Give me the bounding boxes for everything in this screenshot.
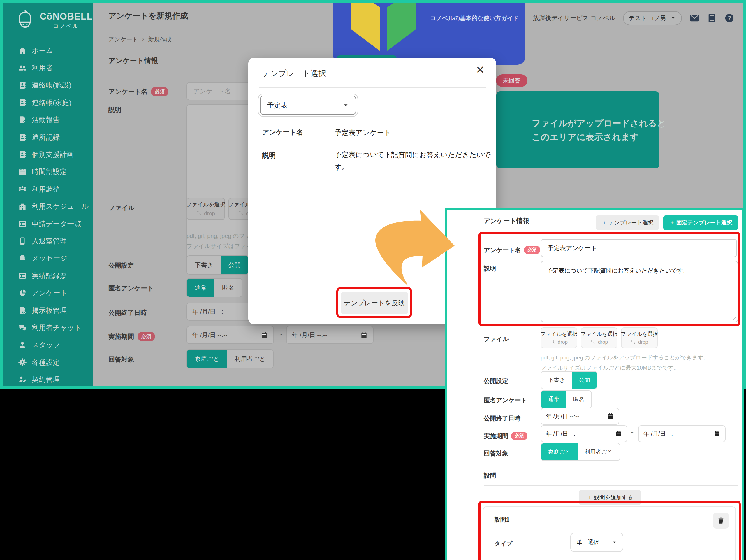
facility-name: 放課後デイサービス コノベル bbox=[533, 14, 615, 22]
description-label: 説明 bbox=[108, 106, 121, 114]
help-icon[interactable]: ? bbox=[724, 13, 734, 23]
draft-option[interactable]: 下書き bbox=[541, 372, 572, 389]
question-1-card: 設問1 タイプ 単一選択 質問 予定表についてどう思われますか。 bbox=[483, 506, 736, 560]
required-badge: 必須 bbox=[524, 246, 540, 254]
sidebar-item-16[interactable]: 掲示板管理 bbox=[3, 302, 93, 319]
sidebar-item-14[interactable]: 実績記録票 bbox=[3, 267, 93, 284]
panel-period-start-input[interactable]: 年 /月/日 --:-- bbox=[541, 425, 627, 442]
modal-desc-value: 予定表について下記質問にお答えいただきたいです。 bbox=[335, 149, 493, 173]
survey-name-label: アンケート名必須 bbox=[108, 87, 168, 96]
sidebar-item-11[interactable]: 申請データ一覧 bbox=[3, 215, 93, 232]
manual-icon[interactable] bbox=[707, 13, 717, 23]
by-user-option[interactable]: 利用者ごと bbox=[578, 443, 620, 460]
sidebar-item-12[interactable]: 入退室管理 bbox=[3, 232, 93, 250]
panel-publish-end-input[interactable]: 年 /月/日 --:-- bbox=[541, 408, 619, 425]
sidebar-item-2[interactable]: 利用者 bbox=[3, 59, 93, 76]
panel-name-input[interactable]: 予定表アンケート bbox=[541, 239, 737, 257]
survey-info-title: アンケート情報 bbox=[108, 56, 158, 65]
template-select-button[interactable]: ＋ テンプレート選択 bbox=[596, 216, 659, 230]
calendar-icon[interactable] bbox=[360, 331, 368, 339]
trash-icon bbox=[717, 517, 725, 525]
gear-icon bbox=[18, 358, 27, 367]
home-icon bbox=[18, 46, 27, 55]
file-select-button[interactable]: ファイルを選択drop bbox=[541, 327, 577, 348]
sidebar-item-7[interactable]: 個別支援計画 bbox=[3, 146, 93, 163]
by-user-option[interactable]: 利用者ごと bbox=[227, 350, 273, 368]
target-label: 回答対象 bbox=[108, 355, 134, 364]
public-option[interactable]: 公開 bbox=[221, 256, 248, 274]
file-preview-area: ファイルがアップロードされると このエリアに表示されます bbox=[496, 91, 659, 168]
anonymous-option[interactable]: 匿名 bbox=[566, 391, 591, 408]
panel-survey-info-title: アンケート情報 bbox=[484, 217, 529, 225]
file-select-button[interactable]: ファイルを選択drop bbox=[186, 198, 225, 220]
period-end-input[interactable]: 年 /月/日 --:-- bbox=[286, 326, 374, 344]
sidebar-item-6[interactable]: 通所記録 bbox=[3, 129, 93, 146]
period-start-input[interactable]: 年 /月/日 --:-- bbox=[186, 326, 274, 344]
by-family-option[interactable]: 家庭ごと bbox=[187, 350, 227, 368]
divider bbox=[259, 87, 486, 88]
normal-option[interactable]: 通常 bbox=[541, 391, 566, 408]
panel-anonymous-label: 匿名アンケート bbox=[484, 396, 527, 404]
panel-desc-textarea[interactable]: 予定表について下記質問にお答えいただきたいです。 bbox=[541, 261, 738, 322]
sidebar-item-9[interactable]: 利用調整 bbox=[3, 180, 93, 198]
sidebar-item-3[interactable]: 連絡帳(施設) bbox=[3, 77, 93, 94]
delete-question-button[interactable] bbox=[713, 513, 729, 529]
sidebar-item-20[interactable]: 契約管理 bbox=[3, 371, 93, 386]
file-select-button[interactable]: ファイルを選択drop bbox=[621, 327, 658, 348]
people-group-icon bbox=[18, 185, 27, 194]
usage-guide-button[interactable]: コノベルの基本的な使い方ガイド bbox=[333, 0, 525, 65]
close-icon[interactable]: ✕ bbox=[476, 65, 485, 75]
sidebar-item-8[interactable]: 時間割設定 bbox=[3, 163, 93, 180]
header-actions: コノベルの基本的な使い方ガイド 放課後デイサービス コノベル テスト コノ男 ? bbox=[333, 10, 734, 26]
panel-period-end-input[interactable]: 年 /月/日 --:-- bbox=[638, 425, 726, 442]
calendar-icon[interactable] bbox=[607, 413, 614, 420]
add-question-button[interactable]: ＋ 設問を追加する bbox=[579, 490, 641, 505]
panel-desc-label: 説明 bbox=[484, 264, 496, 273]
mail-icon[interactable] bbox=[689, 13, 699, 23]
contact-book-icon bbox=[18, 133, 27, 142]
sidebar-item-10[interactable]: 利用スケジュール bbox=[3, 198, 93, 215]
brand-logo[interactable]: CõNOBELL コノベル bbox=[3, 3, 93, 32]
apply-template-button[interactable]: テンプレートを反映 bbox=[341, 291, 408, 314]
brand-subtitle: コノベル bbox=[40, 23, 93, 30]
calendar-icon[interactable] bbox=[713, 430, 720, 437]
file-select-button[interactable]: ファイルを選択drop bbox=[581, 327, 618, 348]
required-badge: 必須 bbox=[511, 432, 527, 440]
divider bbox=[484, 485, 738, 486]
sidebar-item-19[interactable]: 各種設定 bbox=[3, 354, 93, 371]
question-type-dropdown[interactable]: 単一選択 bbox=[570, 533, 623, 552]
sidebar-item-1[interactable]: ホーム bbox=[3, 42, 93, 59]
questions-section-title: 設問 bbox=[484, 471, 496, 479]
panel-target-label: 回答対象 bbox=[484, 449, 508, 457]
sidebar-item-13[interactable]: メッセージ bbox=[3, 250, 93, 267]
panel-name-label: アンケート名必須 bbox=[484, 246, 540, 254]
contact-book-icon bbox=[18, 150, 27, 159]
by-family-option[interactable]: 家庭ごと bbox=[541, 443, 578, 460]
template-select-dropdown[interactable]: 予定表 bbox=[260, 95, 356, 115]
sidebar-item-5[interactable]: 活動報告 bbox=[3, 111, 93, 129]
drag-drop-icon bbox=[591, 339, 596, 345]
sidebar-item-18[interactable]: スタッフ bbox=[3, 336, 93, 354]
calendar-icon bbox=[18, 167, 27, 176]
anonymous-option[interactable]: 匿名 bbox=[214, 279, 242, 297]
publish-toggle: 下書き 公開 bbox=[186, 255, 249, 275]
public-option[interactable]: 公開 bbox=[572, 372, 597, 389]
pie-chart-icon bbox=[18, 288, 27, 297]
beginner-mark-icon bbox=[340, 0, 427, 62]
chevron-down-icon bbox=[343, 102, 349, 108]
calendar-icon[interactable] bbox=[615, 430, 622, 437]
svg-text:?: ? bbox=[728, 15, 731, 21]
zoomed-form-panel: アンケート情報 ＋ テンプレート選択 ＋ 固定テンプレート選択 アンケート名必須… bbox=[445, 208, 744, 560]
sidebar-item-17[interactable]: 利用者チャット bbox=[3, 319, 93, 336]
normal-option[interactable]: 通常 bbox=[187, 279, 214, 297]
breadcrumb-surveys[interactable]: アンケート bbox=[108, 35, 138, 44]
calendar-icon[interactable] bbox=[260, 331, 268, 339]
sidebar-item-4[interactable]: 連絡帳(家庭) bbox=[3, 94, 93, 111]
sidebar-item-15[interactable]: アンケート bbox=[3, 284, 93, 302]
divider bbox=[489, 557, 729, 557]
user-menu[interactable]: テスト コノ男 bbox=[623, 11, 682, 25]
draft-option[interactable]: 下書き bbox=[187, 256, 221, 274]
contract-icon bbox=[18, 375, 27, 384]
fixed-template-select-button[interactable]: ＋ 固定テンプレート選択 bbox=[663, 216, 738, 230]
panel-file-upload-buttons: ファイルを選択dropファイルを選択dropファイルを選択drop bbox=[541, 327, 658, 348]
